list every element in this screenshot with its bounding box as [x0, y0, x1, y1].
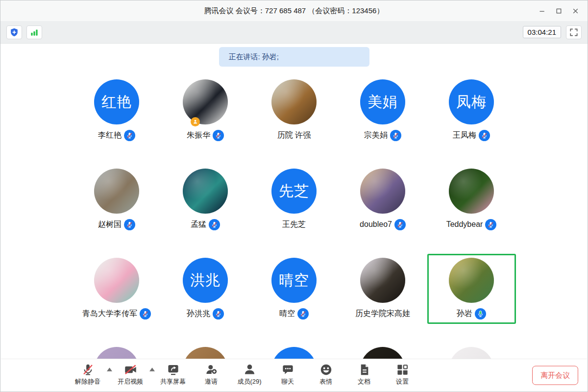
participant-name-row: 宗美娟	[364, 129, 401, 141]
participant-tile[interactable]: 美娟宗美娟	[339, 75, 427, 146]
participant-tile[interactable]: 红艳李红艳	[73, 75, 161, 146]
participant-name: 李红艳	[98, 130, 122, 141]
participant-avatar: 凤梅	[449, 79, 494, 124]
muted-mic-icon	[124, 130, 135, 141]
window-controls	[534, 0, 584, 21]
toolbar-chat-button[interactable]: 聊天	[274, 363, 301, 386]
document-icon	[358, 363, 371, 376]
toolbar-label: 聊天	[281, 377, 294, 386]
participant-name-row: 孙岩	[457, 308, 486, 319]
participant-tile[interactable]: 晴空晴空	[250, 254, 339, 324]
participant-avatar	[183, 79, 228, 124]
participant-tile[interactable]: 赵树国	[73, 165, 161, 235]
participant-tile[interactable]: doubleo7	[339, 165, 427, 235]
avatar-initials: 洪兆	[190, 270, 220, 291]
participant-name: 孟猛	[191, 220, 206, 230]
participant-avatar	[94, 169, 139, 214]
participant-name-row: 青岛大学李传军	[82, 308, 151, 319]
avatar-initials: 凤梅	[456, 92, 487, 112]
toolbar-settings-button[interactable]: 设置	[389, 363, 416, 386]
participant-tile[interactable]: 凤梅王凤梅	[427, 75, 516, 146]
participant-name-row: 赵树国	[98, 219, 135, 230]
participants-area: 正在讲话: 孙岩; 红艳李红艳朱振华历院 许强美娟宗美娟凤梅王凤梅赵树国孟猛先芝…	[1, 44, 587, 359]
signal-bars-icon	[29, 27, 39, 37]
participant-name: 宗美娟	[364, 130, 388, 141]
participant-tile[interactable]: 历史学院宋高娃	[339, 254, 427, 324]
participant-name-row: 李红艳	[98, 129, 135, 141]
participant-name: 孙岩	[457, 309, 472, 319]
participant-tile-partial[interactable]	[73, 343, 161, 359]
toolbar-label: 解除静音	[75, 377, 100, 386]
expand-arrow-icon[interactable]	[149, 368, 155, 371]
participant-tile-partial[interactable]	[250, 343, 339, 359]
participant-tile[interactable]: 孙岩	[427, 254, 516, 324]
expand-arrow-icon[interactable]	[107, 368, 112, 371]
participant-name: 历院 许强	[277, 130, 311, 141]
toolbar-emoji-button[interactable]: 表情	[313, 363, 339, 386]
participant-avatar	[449, 169, 494, 214]
participant-tile[interactable]: Teddybear	[427, 165, 516, 235]
minimize-button[interactable]	[534, 3, 550, 18]
toolbar-docs-button[interactable]: 文档	[351, 363, 377, 386]
participant-avatar: 晴空	[271, 258, 317, 303]
participant-name: doubleo7	[360, 220, 392, 229]
participant-avatar	[360, 169, 405, 214]
mic-muted-icon	[81, 363, 95, 376]
muted-mic-icon	[213, 308, 224, 319]
avatar-initials: 红艳	[101, 92, 132, 112]
toolbar-unmute-button[interactable]: 解除静音	[74, 363, 101, 386]
participant-avatar	[271, 347, 317, 359]
participant-avatar	[183, 169, 228, 214]
participant-tile[interactable]: 先芝王先芝	[250, 165, 339, 235]
maximize-button[interactable]	[550, 3, 567, 18]
fullscreen-button[interactable]	[566, 25, 582, 39]
participant-tile[interactable]: 孟猛	[161, 165, 250, 235]
meeting-timer: 03:04:21	[523, 26, 561, 38]
participant-name: 历史学院宋高娃	[355, 309, 410, 319]
muted-mic-icon	[479, 130, 490, 141]
participant-name-row: 孟猛	[191, 219, 220, 230]
toolbar-members-button[interactable]: 成员(29)	[236, 363, 263, 386]
muted-mic-icon	[485, 219, 496, 230]
toolbar-share-screen-button[interactable]: 共享屏幕	[160, 363, 186, 386]
participant-avatar	[183, 347, 228, 359]
participant-tile-partial[interactable]	[339, 343, 427, 359]
camera-off-icon	[124, 363, 137, 376]
participant-tile[interactable]: 历院 许强	[250, 75, 339, 146]
participant-tile[interactable]: 朱振华	[161, 75, 250, 146]
toolbar-invite-button[interactable]: 邀请	[198, 363, 224, 386]
muted-mic-icon	[140, 308, 151, 319]
participant-name: 王凤梅	[453, 130, 476, 141]
maximize-icon	[555, 7, 563, 15]
participant-name-row: 历史学院宋高娃	[355, 308, 410, 319]
toolbar-start-video-button[interactable]: 开启视频	[117, 363, 144, 386]
muted-mic-icon	[297, 308, 309, 319]
participant-tile-partial[interactable]	[161, 343, 250, 359]
participant-name: 孙洪兆	[187, 309, 210, 319]
participant-tile-partial[interactable]	[427, 343, 516, 359]
share-screen-icon	[167, 363, 180, 376]
participant-name-row: 王凤梅	[453, 129, 490, 141]
participant-name: 赵树国	[98, 220, 122, 230]
participant-avatar	[94, 347, 139, 359]
muted-mic-icon	[394, 219, 406, 230]
leave-meeting-button[interactable]: 离开会议	[532, 366, 578, 385]
participant-avatar: 红艳	[94, 79, 139, 124]
participant-name: 王先芝	[282, 220, 306, 230]
bottom-toolbar: 解除静音开启视频共享屏幕邀请成员(29)聊天表情文档设置 离开会议	[1, 359, 587, 391]
participant-tile[interactable]: 洪兆孙洪兆	[161, 254, 250, 324]
fullscreen-icon	[569, 27, 579, 37]
host-badge-icon	[191, 117, 200, 126]
titlebar[interactable]: 腾讯会议 会议号：727 685 487 （会议密码：123456）	[0, 0, 588, 21]
grid-squares-icon	[396, 363, 409, 376]
network-signal-button[interactable]	[26, 25, 42, 39]
close-button[interactable]	[567, 3, 584, 18]
shield-plus-icon	[9, 27, 19, 37]
participant-name-row: 朱振华	[187, 129, 224, 141]
participant-tile[interactable]: 青岛大学李传军	[73, 254, 161, 324]
security-shield-button[interactable]	[6, 25, 22, 39]
toolbar-label: 设置	[396, 377, 409, 386]
avatar-initials: 晴空	[279, 270, 309, 291]
participant-avatar: 先芝	[271, 169, 317, 214]
person-icon	[243, 363, 256, 376]
